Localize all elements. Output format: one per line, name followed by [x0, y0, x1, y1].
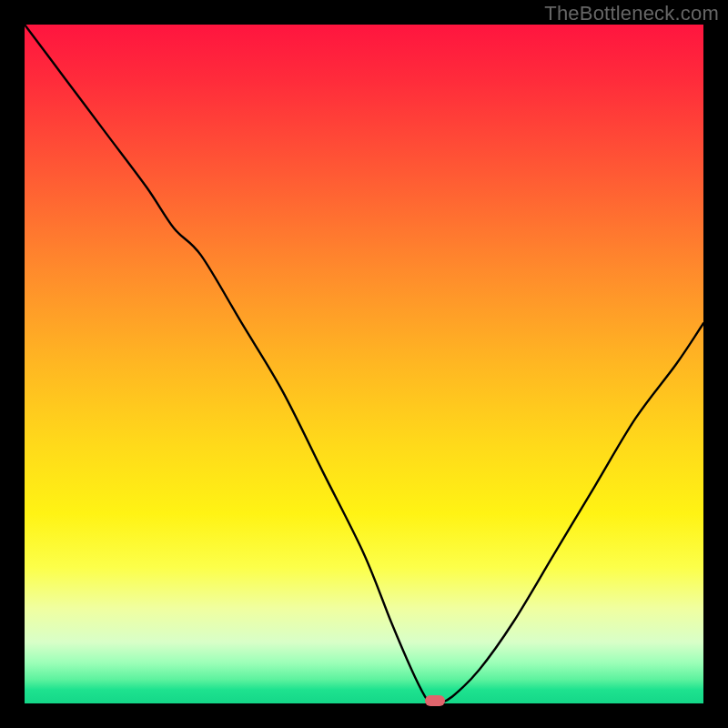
watermark-text: TheBottleneck.com	[544, 2, 719, 25]
plot-area	[25, 25, 703, 703]
optimal-point-marker	[425, 695, 445, 706]
chart-frame: TheBottleneck.com	[0, 0, 728, 728]
bottleneck-curve	[25, 25, 703, 703]
